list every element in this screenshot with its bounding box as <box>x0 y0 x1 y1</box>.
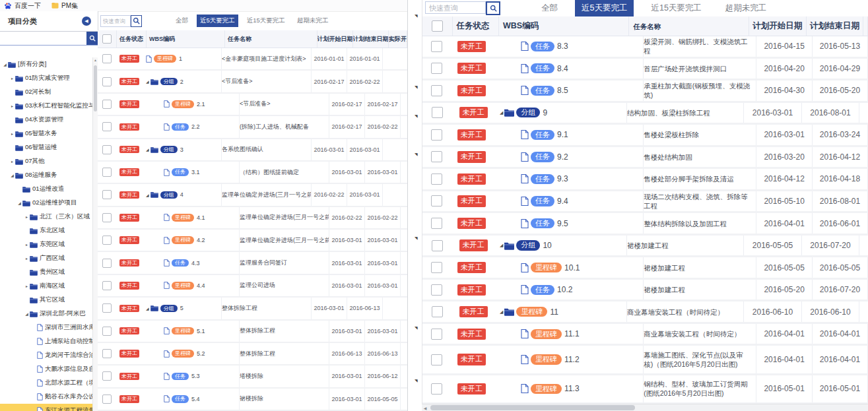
expand-arrow-icon[interactable]: ▸ <box>9 159 15 164</box>
task-row[interactable]: 未开工任务5.3塔楼拆除2016-03-012016-06-12 <box>98 365 407 388</box>
tree-item[interactable]: 06智慧运维 <box>0 141 93 154</box>
sidebar-collapse-button[interactable]: ◀ <box>82 16 91 26</box>
tree-item[interactable]: 东江水源工程流量数据自动采集 <box>0 404 93 411</box>
tree-item[interactable]: ▸南海区域 <box>0 279 93 293</box>
row-checkbox[interactable] <box>102 371 112 381</box>
collapse-arrow-icon[interactable]: ◢ <box>500 110 503 115</box>
row-checkbox[interactable] <box>102 77 112 86</box>
expand-arrow-icon[interactable]: ▸ <box>24 242 30 247</box>
collapse-arrow-icon[interactable]: ◢ <box>2 62 8 67</box>
task-row[interactable]: 未开工任务3.1（结构）图纸提前确定2016-03-012016-03-01 <box>98 162 407 184</box>
row-checkbox[interactable] <box>102 168 112 177</box>
expand-arrow-icon[interactable]: ▸ <box>9 131 15 136</box>
row-checkbox[interactable] <box>432 107 443 118</box>
collapse-arrow-icon[interactable]: ◢ <box>24 311 30 316</box>
filter-button[interactable]: 超期未完工 <box>294 15 332 27</box>
row-checkbox[interactable] <box>102 100 112 109</box>
filter-button[interactable]: 全部 <box>172 15 191 27</box>
tree-item[interactable]: 龙岗河干流综合治理二期工程- <box>0 348 93 362</box>
tree-item[interactable]: 贵州区域 <box>0 265 93 279</box>
task-row[interactable]: 未开工里程碑11.3钢结构、型材、玻璃加工订货周期(图纸2016年5月20日出图… <box>422 375 868 404</box>
task-row[interactable]: 未开工里程碑11.2幕墙施工图纸、深化节点(以及审核)（图纸2016年5月20日… <box>422 346 868 375</box>
row-checkbox[interactable] <box>102 349 112 358</box>
filter-button[interactable]: 全部 <box>535 0 564 16</box>
tree-item[interactable]: ◢02运维维护项目 <box>0 196 93 210</box>
row-checkbox[interactable] <box>431 218 442 229</box>
expand-arrow-icon[interactable]: ▸ <box>9 104 15 108</box>
right-search-button[interactable] <box>486 1 500 15</box>
task-row[interactable]: 未开工里程碑5.1整体拆除工程2016-03-012016-03-01 <box>98 321 407 343</box>
expand-arrow-icon[interactable]: ▸ <box>24 284 30 288</box>
tree-item[interactable]: ◢08运维服务 <box>0 168 93 182</box>
task-row[interactable]: 未开工任务4.3监理服务合同签订2016-03-012016-03-01 <box>98 252 407 274</box>
scroll-left-arrow-icon[interactable]: ◀ <box>422 404 428 411</box>
tree-item[interactable]: 北部水源工程（境内）监控系统 <box>0 376 93 390</box>
tree-scrollbar-thumb[interactable] <box>94 65 97 111</box>
row-checkbox[interactable] <box>431 63 442 74</box>
tree-item[interactable]: 04水资源管理 <box>0 113 93 127</box>
scroll-up-arrow-icon[interactable]: ▲ <box>93 58 98 62</box>
sidebar-search-input[interactable] <box>0 32 86 45</box>
row-checkbox[interactable] <box>102 303 112 313</box>
task-row[interactable]: 未开工里程碑5.2整体拆除工程2016-06-132016-06-13 <box>98 343 407 365</box>
row-checkbox[interactable] <box>431 262 442 273</box>
tree-item[interactable]: 上埔泵站自动控制系统维护合同 <box>0 334 93 348</box>
task-row[interactable]: 未开工任务8.3板梁开洞、钢筋绑扎、支模浇筑工程2016-04-152016-0… <box>422 36 868 59</box>
task-row[interactable]: 未开工里程碑2.1<节后准备>2016-02-172016-02-17 <box>98 94 407 116</box>
middle-search-input[interactable] <box>100 15 131 27</box>
row-checkbox[interactable] <box>102 327 112 336</box>
task-row[interactable]: 未开工里程碑1<金丰豪庭项目施工进度计划表>2016-01-012016-01-… <box>98 48 407 71</box>
row-checkbox[interactable] <box>432 240 443 251</box>
row-checkbox[interactable] <box>102 281 112 290</box>
tree-item[interactable]: ▸07其他 <box>0 154 93 168</box>
collapse-arrow-icon[interactable]: ◢ <box>146 147 149 152</box>
row-checkbox[interactable] <box>102 145 112 154</box>
row-checkbox[interactable] <box>431 383 442 395</box>
row-checkbox[interactable] <box>431 354 442 365</box>
row-checkbox[interactable] <box>432 306 443 317</box>
tree-scrollbar[interactable]: ▲ <box>92 57 98 411</box>
tree-item[interactable]: ▸03水利工程智能化监控与调度管理 <box>0 99 93 113</box>
row-checkbox[interactable] <box>102 213 112 222</box>
task-row[interactable]: 未开工◢分组2<节后准备>2016-02-172016-02-22 <box>98 71 407 93</box>
tree-item[interactable]: 其它区域 <box>0 293 93 307</box>
tree-item[interactable]: 01运维改造 <box>0 182 93 196</box>
row-checkbox[interactable] <box>431 284 442 296</box>
expand-arrow-icon[interactable]: ▸ <box>24 256 30 261</box>
right-search-input[interactable] <box>425 1 486 14</box>
row-checkbox[interactable] <box>102 259 112 268</box>
task-row[interactable]: 未开工◢里程碑11商业幕墙安装工程（时间待定）2016-06-102016-06… <box>422 301 868 324</box>
task-row[interactable]: 未开工里程碑4.1监理单位确定并进场(三月一号之前进场)2016-02-2220… <box>98 207 407 230</box>
collapse-arrow-icon[interactable]: ◢ <box>17 201 22 205</box>
expand-arrow-icon[interactable]: ▸ <box>9 76 15 80</box>
tree-item[interactable]: ▸北江（三水）区域 <box>0 210 93 224</box>
filter-button[interactable]: 近15天要完工 <box>244 15 288 27</box>
select-all-checkbox[interactable] <box>102 34 112 44</box>
tree-item[interactable]: ▸广西区域 <box>0 251 93 265</box>
row-checkbox[interactable] <box>102 54 112 63</box>
tree-item[interactable]: ▸东莞区域 <box>0 237 93 251</box>
tree-item[interactable]: 鹅谷石水库办公设备及自动化 <box>0 390 93 404</box>
tree-item[interactable]: 大鹏水源信息及自动化维护项目 <box>0 362 93 376</box>
task-row[interactable]: 未开工◢分组5整体拆除工程2016-03-012016-06-13 <box>98 298 407 320</box>
task-row[interactable]: 未开工◢分组3各系统图纸确认2016-03-012016-03-01 <box>98 139 407 162</box>
filter-button[interactable]: 超期未完工 <box>719 0 774 16</box>
tree-item[interactable]: 02河长制 <box>0 85 93 99</box>
task-row[interactable]: 未开工任务9.1售楼处梁板柱拆除2016-03-012016-03-24 <box>422 125 868 147</box>
collapse-arrow-icon[interactable]: ◢ <box>500 309 503 315</box>
row-checkbox[interactable] <box>431 195 442 206</box>
row-checkbox[interactable] <box>431 85 442 96</box>
task-row[interactable]: 未开工任务9.3售楼处部分脚手架拆除及清运2016-04-122016-04-1… <box>422 169 868 191</box>
tree-item[interactable]: ◢[所有分类] <box>0 57 93 71</box>
collapse-arrow-icon[interactable]: ◢ <box>146 79 149 84</box>
row-checkbox[interactable] <box>431 129 442 141</box>
horizontal-scrollbar[interactable]: ◀ <box>422 404 868 411</box>
bookmark-item[interactable]: 百度一下 <box>4 1 41 11</box>
filter-button[interactable]: 近5天要完工 <box>575 0 634 16</box>
filter-button[interactable]: 近5天要完工 <box>197 15 238 27</box>
task-row[interactable]: 未开工里程碑4.2监理单位确定并进场(三月一号之前进场)2016-03-0120… <box>98 230 407 252</box>
task-row[interactable]: 未开工里程碑11.1商业幕墙安装工程（时间待定）2016-04-012016-0… <box>422 324 868 346</box>
row-checkbox[interactable] <box>102 190 112 199</box>
task-row[interactable]: 未开工任务9.2售楼处结构加固2016-03-202016-04-12 <box>422 147 868 170</box>
horizontal-scrollbar-thumb[interactable] <box>430 405 635 410</box>
